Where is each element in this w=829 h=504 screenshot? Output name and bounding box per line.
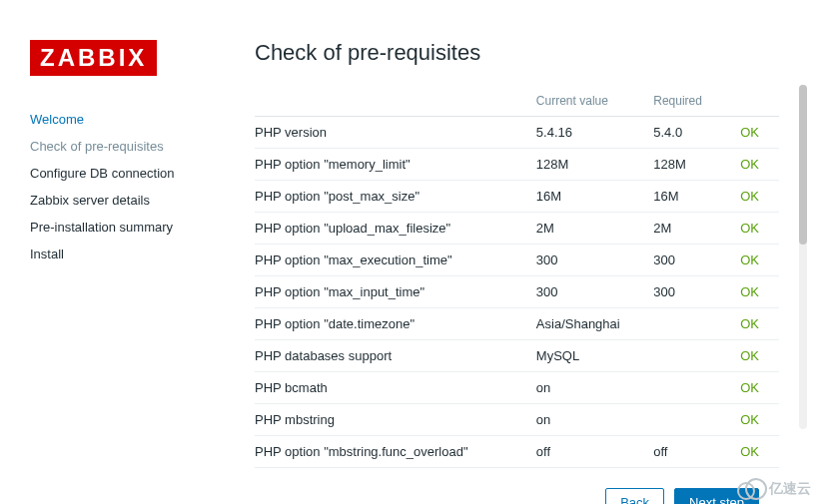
col-header-status [740,86,779,117]
cell-required: 300 [653,276,740,308]
cell-status: OK [740,372,779,404]
page-title: Check of pre-requisites [255,40,779,66]
cell-name: PHP option "max_execution_time" [255,245,536,276]
cell-name: PHP option "max_input_time" [255,276,536,308]
cell-name: PHP option "post_max_size" [255,181,536,213]
cell-name: PHP option "mbstring.func_overload" [255,436,536,468]
table-header-row: Current value Required [255,86,779,117]
prerequisites-table: Current value Required PHP version5.4.16… [255,86,779,468]
nav-item-install: Install [30,241,215,267]
cell-current: 300 [536,276,653,308]
cell-required: 128M [653,149,740,181]
cell-status: OK [740,117,779,149]
nav-item-prerequisites[interactable]: Check of pre-requisites [30,133,215,160]
nav-item-welcome[interactable]: Welcome [30,106,215,133]
cell-status: OK [740,436,779,468]
cell-required [653,372,740,404]
cell-status: OK [740,340,779,372]
table-row: PHP bcmathonOK [255,372,779,404]
cell-status: OK [740,276,779,308]
footer-buttons: Back Next step [255,488,779,504]
cell-current: Asia/Shanghai [536,308,653,340]
cell-name: PHP option "upload_max_filesize" [255,213,536,245]
cell-required: 16M [653,181,740,213]
col-header-required: Required [653,86,740,117]
cell-current: 16M [536,181,653,213]
nav-item-server-details: Zabbix server details [30,187,215,214]
col-header-name [255,86,536,117]
cell-current: MySQL [536,340,653,372]
cell-required: 2M [653,213,740,245]
scrollbar-thumb[interactable] [799,85,807,245]
cell-required [653,404,740,436]
table-row: PHP version5.4.165.4.0OK [255,117,779,149]
cell-status: OK [740,181,779,213]
cell-status: OK [740,308,779,340]
table-row: PHP option "mbstring.func_overload"offof… [255,436,779,468]
cell-current: off [536,436,653,468]
table-row: PHP option "memory_limit"128M128MOK [255,149,779,181]
zabbix-logo: ZABBIX [30,40,157,76]
cell-current: 300 [536,245,653,276]
cell-required: 5.4.0 [653,117,740,149]
cell-current: on [536,372,653,404]
sidebar: ZABBIX Welcome Check of pre-requisites C… [30,40,215,504]
cell-status: OK [740,404,779,436]
col-header-current: Current value [536,86,653,117]
cell-current: 128M [536,149,653,181]
cell-status: OK [740,149,779,181]
main-content: Check of pre-requisites Current value Re… [255,40,799,504]
cell-required: 300 [653,245,740,276]
table-row: PHP mbstringonOK [255,404,779,436]
table-row: PHP option "date.timezone"Asia/ShanghaiO… [255,308,779,340]
nav-list: Welcome Check of pre-requisites Configur… [30,106,215,267]
cloud-icon [737,480,765,498]
watermark: 亿速云 [737,480,811,498]
cell-name: PHP mbstring [255,404,536,436]
cell-status: OK [740,213,779,245]
watermark-text: 亿速云 [769,480,811,498]
cell-name: PHP databases support [255,340,536,372]
cell-status: OK [740,245,779,276]
back-button[interactable]: Back [605,488,664,504]
cell-current: on [536,404,653,436]
cell-name: PHP bcmath [255,372,536,404]
table-row: PHP option "post_max_size"16M16MOK [255,181,779,213]
table-row: PHP option "max_input_time"300300OK [255,276,779,308]
cell-name: PHP option "date.timezone" [255,308,536,340]
nav-item-preinstall-summary: Pre-installation summary [30,214,215,241]
cell-required [653,340,740,372]
table-row: PHP databases supportMySQLOK [255,340,779,372]
cell-required: off [653,436,740,468]
cell-current: 2M [536,213,653,245]
cell-name: PHP version [255,117,536,149]
scrollbar-track[interactable] [799,85,807,429]
cell-current: 5.4.16 [536,117,653,149]
nav-item-configure-db: Configure DB connection [30,160,215,187]
cell-name: PHP option "memory_limit" [255,149,536,181]
cell-required [653,308,740,340]
table-row: PHP option "max_execution_time"300300OK [255,245,779,276]
table-row: PHP option "upload_max_filesize"2M2MOK [255,213,779,245]
